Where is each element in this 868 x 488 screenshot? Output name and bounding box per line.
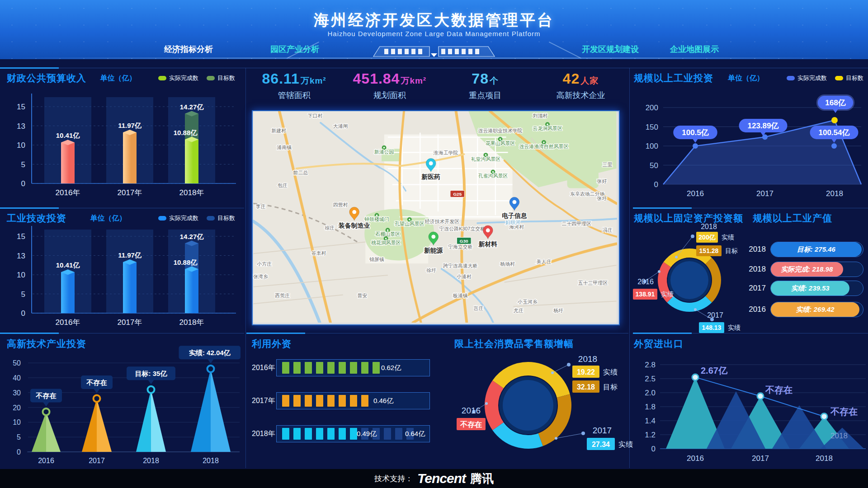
map-label: 三里: [603, 162, 613, 167]
support-label: 技术支持：: [374, 474, 413, 484]
svg-text:2018: 2018: [143, 457, 159, 465]
chart-industry-invest: 050100150200201620172018100.5亿123.89亿168…: [633, 68, 868, 208]
progress-bar: 0.62亿: [276, 359, 430, 376]
svg-text:2018: 2018: [701, 223, 717, 230]
svg-text:19.22: 19.22: [577, 368, 595, 376]
map-label: 普安: [357, 293, 367, 298]
svg-text:实绩: 实绩: [618, 441, 633, 448]
svg-text:新能源: 新能源: [424, 247, 443, 254]
foreign-capital-row: 2016年0.62亿: [252, 359, 430, 376]
map-label: 张湾乡: [253, 274, 268, 279]
map-label: 张好: [597, 178, 607, 184]
svg-text:11.97亿: 11.97亿: [118, 122, 142, 129]
map-label: 钟鼓楼城门: [364, 216, 389, 222]
svg-text:不存在: 不存在: [36, 392, 57, 399]
svg-text:不存在: 不存在: [86, 379, 107, 386]
svg-text:2018: 2018: [816, 454, 833, 463]
svg-text:0: 0: [654, 180, 658, 189]
svg-text:不存在: 不存在: [460, 421, 482, 428]
map-label: 孔望山风景区: [395, 221, 424, 226]
map-panel[interactable]: 下口村大浦闸新建村浦南镇前二总包庄四营村李庄徐庄谷丰村小方庄张湾乡西莞庄锦屏镇普…: [252, 110, 620, 325]
bar-fill: 目标: 275.46: [771, 242, 862, 257]
column-divider: [245, 68, 246, 468]
svg-text:40: 40: [13, 374, 21, 382]
divider: [246, 333, 628, 333]
map-label: 锦屏镇: [369, 257, 384, 262]
svg-text:10.41亿: 10.41亿: [56, 131, 80, 139]
tencent-cn-label: 腾讯: [470, 471, 494, 487]
bar-track: 实绩: 269.42: [770, 302, 863, 317]
svg-text:2018: 2018: [826, 189, 843, 198]
svg-text:电子信息: 电子信息: [502, 212, 527, 219]
tab-zone-planning[interactable]: 开发区规划建设: [582, 44, 639, 55]
map-label: 二十四甲理区: [562, 221, 591, 226]
panel-title: 利用外资: [252, 338, 292, 350]
svg-text:2017: 2017: [89, 457, 105, 465]
svg-text:10.88亿: 10.88亿: [174, 129, 198, 136]
map-label: 杨场村: [500, 261, 515, 267]
svg-text:10.41亿: 10.41亿: [56, 261, 80, 269]
header-bottom-line: [0, 58, 868, 58]
svg-text:2017年: 2017年: [118, 188, 142, 197]
svg-text:2018年: 2018年: [179, 188, 204, 197]
svg-text:13: 13: [17, 122, 25, 131]
svg-text:13: 13: [17, 252, 25, 260]
map-label: 美人庄: [537, 259, 552, 264]
svg-text:2018: 2018: [578, 354, 597, 364]
page-subtitle: Haizhou Development Zone Large Data Mana…: [0, 30, 868, 38]
svg-text:装备制造业: 装备制造业: [338, 222, 370, 229]
svg-text:目标: 目标: [725, 247, 738, 254]
svg-text:实绩: 42.04亿: 实绩: 42.04亿: [189, 349, 231, 357]
bar-track: 实际完成: 218.98: [770, 262, 863, 277]
svg-text:2016年: 2016年: [56, 318, 80, 327]
svg-text:2017: 2017: [707, 311, 723, 319]
map-label: 谷丰村: [311, 250, 326, 256]
svg-text:100: 100: [646, 142, 658, 150]
page-title: 海州经济开发区大数据管理平台: [0, 10, 868, 31]
output-bar-row: 2018 目标: 275.46: [747, 242, 863, 257]
map-label: 宁海立交桥: [448, 244, 473, 249]
svg-text:123.89亿: 123.89亿: [748, 122, 779, 130]
svg-text:新医药: 新医药: [421, 173, 440, 180]
chart-foreign-trade: 01.21.41.82.02.52.820182.67亿不存在不存在201620…: [633, 333, 868, 468]
highway-shield: G25: [450, 191, 465, 197]
svg-text:2.0: 2.0: [645, 389, 656, 397]
map-label: 岂庄: [473, 305, 483, 311]
svg-text:新材料: 新材料: [478, 240, 497, 248]
chart-fixed-assets-donut: 2018200亿实绩151.28目标2016138.91实绩2017148.13…: [633, 210, 750, 336]
map-label: 跨宁连高速大桥: [443, 263, 477, 268]
output-bar-row: 2018 实际完成: 218.98: [747, 262, 863, 277]
svg-text:15: 15: [17, 232, 25, 241]
stats-row: 86.11万km²管辖面积451.84万km²规划面积78个重点项目42人家高新…: [246, 70, 628, 108]
map[interactable]: 下口村大浦闸新建村浦南镇前二总包庄四营村李庄徐庄谷丰村小方庄张湾乡西莞庄锦屏镇普…: [253, 111, 617, 323]
svg-text:不存在: 不存在: [830, 407, 858, 417]
svg-text:11.97亿: 11.97亿: [118, 251, 142, 259]
svg-text:200亿: 200亿: [698, 234, 715, 241]
map-label: 小玉河乡: [517, 299, 538, 305]
chart-fiscal-revenue: 0510131510.41亿2016年11.97亿2017年14.27亿10.8…: [0, 68, 244, 208]
progress-bar: 0.49亿0.64亿: [276, 425, 430, 442]
svg-text:0: 0: [21, 309, 25, 318]
svg-text:实绩: 实绩: [603, 368, 618, 376]
svg-text:2016: 2016: [462, 406, 481, 415]
progress-bar: 0.46亿: [276, 392, 430, 409]
svg-text:2017: 2017: [593, 426, 612, 435]
bar-track: 目标: 275.46: [770, 242, 863, 257]
header: 海州经济开发区大数据管理平台 Haizhou Development Zone …: [0, 0, 868, 59]
stat-block: 86.11万km²管辖面积: [246, 70, 342, 108]
map-label: 下口村: [308, 113, 323, 118]
svg-text:目标: 35亿: 目标: 35亿: [135, 370, 168, 377]
svg-text:50: 50: [13, 359, 21, 367]
svg-text:30: 30: [13, 389, 21, 397]
svg-text:2.67亿: 2.67亿: [701, 366, 728, 375]
map-label: 徐圩: [426, 267, 436, 273]
tab-economic-indicators[interactable]: 经济指标分析: [164, 44, 213, 55]
svg-text:2018年: 2018年: [179, 318, 204, 327]
map-label: 包庄: [278, 183, 288, 188]
stat-block: 451.84万km²规划面积: [342, 70, 437, 108]
svg-text:2017年: 2017年: [118, 318, 142, 327]
svg-text:150: 150: [646, 123, 658, 131]
tab-enterprise-map[interactable]: 企业地图展示: [670, 44, 719, 55]
svg-text:10: 10: [13, 418, 21, 426]
tencent-logo: Tencent: [417, 471, 466, 486]
